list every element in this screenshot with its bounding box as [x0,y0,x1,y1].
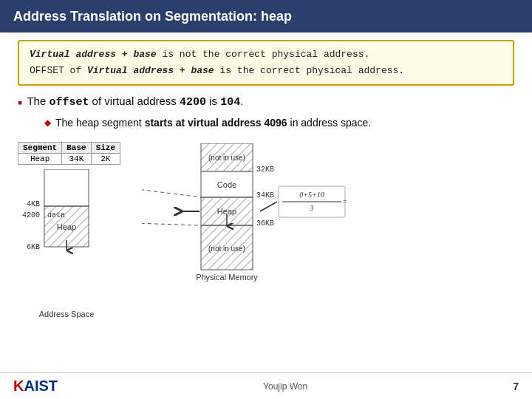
page-header: Address Translation on Segmentation: hea… [0,0,532,33]
info-box: Virtual address + base is not the correc… [18,40,514,86]
svg-text:Address Space: Address Space [39,310,95,318]
segment-table: Segment Base Size Heap 34K 2K [18,142,120,165]
kaist-logo: KAIST [13,378,58,395]
svg-rect-1 [44,169,89,206]
sub-bullet: ◆ The heap segment starts at virtual add… [44,117,514,129]
svg-text:0+5+10: 0+5+10 [299,191,324,199]
svg-line-31 [142,221,201,225]
table-row: Heap 34K 2K [18,154,120,165]
col-segment: Segment [18,143,62,154]
diamond-icon: ◆ [44,117,51,128]
svg-line-30 [142,180,201,197]
cell-base: 34K [62,154,91,165]
footer-page: 7 [513,381,519,392]
svg-text:= 5sec: = 5sec [343,197,349,205]
bullet-square-icon: ▪ [18,95,22,111]
col-base: Base [62,143,91,154]
info-line1: Virtual address + base is not the correc… [30,47,502,63]
main-bullet: ▪ The offset of virtual address 4200 is … [18,95,514,111]
main-content: Virtual address + base is not the correc… [0,33,532,336]
footer-author: Youjip Won [263,381,307,392]
page-title: Address Translation on Segmentation: hea… [13,9,292,24]
diagram-area: Segment Base Size Heap 34K 2K [18,134,514,332]
svg-text:Physical Memory: Physical Memory [196,273,258,282]
address-space-column: Segment Base Size Heap 34K 2K [18,142,136,332]
address-space-svg: 4KB 4200 data Heap 6KB Address Space [18,169,136,332]
svg-text:(not in use): (not in use) [208,245,245,253]
svg-text:34KB: 34KB [256,191,274,200]
col-size: Size [91,143,120,154]
svg-text:Code: Code [217,180,236,189]
svg-text:3: 3 [310,204,314,212]
physical-memory-column: (not in use) 32KB Code 34KB Heap 36KB (n… [142,143,349,306]
svg-line-28 [260,202,277,211]
svg-text:36KB: 36KB [256,219,274,228]
physical-memory-svg: (not in use) 32KB Code 34KB Heap 36KB (n… [142,143,349,306]
sub-bullet-text: The heap segment starts at virtual addre… [55,117,371,129]
cell-segment: Heap [18,154,62,165]
footer: KAIST Youjip Won 7 [0,372,532,399]
info-line2: OFFSET of Virtual address + base is the … [30,63,502,79]
svg-text:32KB: 32KB [256,166,274,174]
svg-text:(not in use): (not in use) [208,154,245,162]
svg-text:6KB: 6KB [27,243,40,251]
svg-text:4KB: 4KB [27,200,40,208]
svg-text:4200: 4200 [22,211,40,219]
cell-size: 2K [91,154,120,165]
svg-text:Heap: Heap [57,222,76,231]
